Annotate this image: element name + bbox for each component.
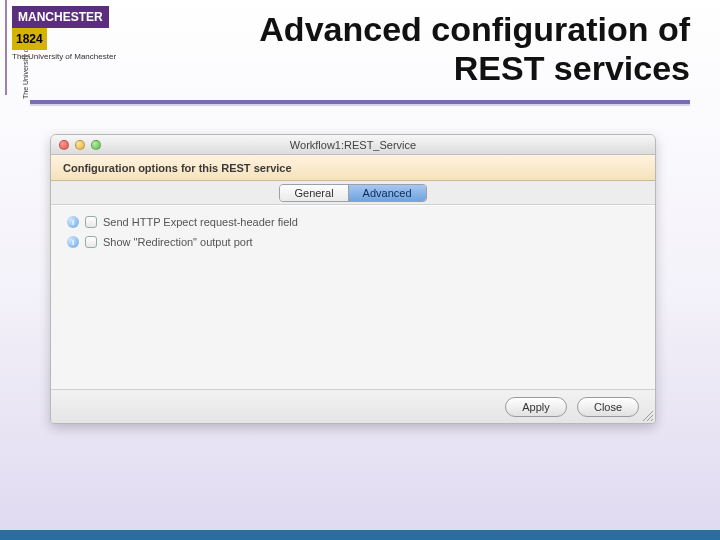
window-titlebar[interactable]: Workflow1:REST_Service <box>51 135 655 155</box>
info-icon[interactable]: i <box>67 236 79 248</box>
logo-divider <box>5 0 7 95</box>
minimize-icon[interactable] <box>75 140 85 150</box>
window-title: Workflow1:REST_Service <box>51 139 655 151</box>
checkbox-redirection-port[interactable] <box>85 236 97 248</box>
traffic-lights <box>59 140 101 150</box>
config-subheader-label: Configuration options for this REST serv… <box>63 162 292 174</box>
tab-general-label: General <box>294 187 333 199</box>
dialog-footer: Apply Close <box>51 389 655 423</box>
tab-advanced-label: Advanced <box>363 187 412 199</box>
logo-word: MANCHESTER <box>12 6 109 28</box>
dialog-window: Workflow1:REST_Service Configuration opt… <box>50 134 656 424</box>
slide-root: The University of Manchester MANCHESTER1… <box>0 0 720 540</box>
logo-year: 1824 <box>12 28 47 50</box>
option-row: i Send HTTP Expect request-header field <box>67 216 639 228</box>
logo-subtitle: The University of Manchester <box>12 52 142 61</box>
info-icon[interactable]: i <box>67 216 79 228</box>
close-button[interactable]: Close <box>577 397 639 417</box>
tab-segment-control: General Advanced <box>279 184 426 202</box>
option-row: i Show "Redirection" output port <box>67 236 639 248</box>
close-icon[interactable] <box>59 140 69 150</box>
slide-bottom-bar <box>0 530 720 540</box>
title-rule-shadow <box>30 104 690 106</box>
resize-grip-icon[interactable] <box>641 409 653 421</box>
config-subheader: Configuration options for this REST serv… <box>51 155 655 181</box>
options-panel: i Send HTTP Expect request-header field … <box>51 205 655 389</box>
tab-general[interactable]: General <box>280 185 347 201</box>
svg-line-2 <box>651 419 653 421</box>
tab-row: General Advanced <box>51 181 655 205</box>
tab-advanced[interactable]: Advanced <box>348 185 426 201</box>
university-logo: MANCHESTER1824 The University of Manches… <box>12 6 142 64</box>
option-label: Send HTTP Expect request-header field <box>103 216 298 228</box>
zoom-icon[interactable] <box>91 140 101 150</box>
checkbox-expect-header[interactable] <box>85 216 97 228</box>
apply-button[interactable]: Apply <box>505 397 567 417</box>
slide-title: Advanced configuration of REST services <box>170 10 690 88</box>
option-label: Show "Redirection" output port <box>103 236 253 248</box>
close-button-label: Close <box>594 401 622 413</box>
apply-button-label: Apply <box>522 401 550 413</box>
